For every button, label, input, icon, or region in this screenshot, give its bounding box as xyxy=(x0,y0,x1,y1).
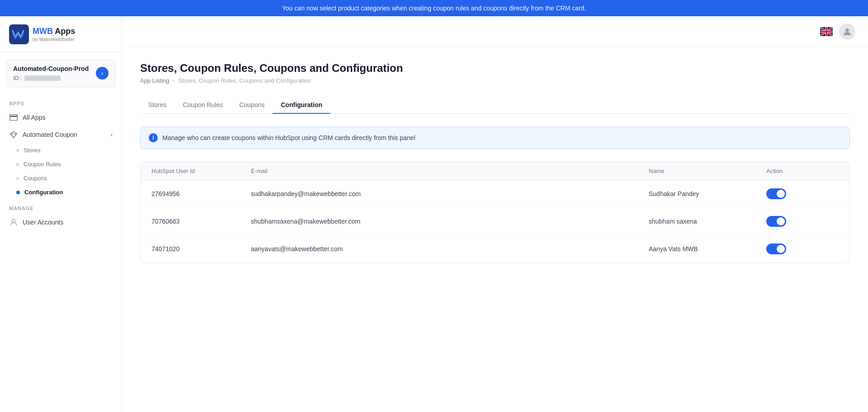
sidebar-sub-item-coupon-rules[interactable]: Coupon Rules xyxy=(0,157,122,171)
sidebar-sub-item-configuration[interactable]: Configuration xyxy=(0,185,122,199)
banner-text: You can now select product categories wh… xyxy=(282,5,586,12)
logo-subtitle: by MakeWebBetter xyxy=(33,37,75,42)
breadcrumb-separator: • xyxy=(173,77,175,84)
tab-configuration[interactable]: Configuration xyxy=(273,97,330,114)
logo-title: MWB Apps xyxy=(33,27,75,37)
sub-dot-configuration xyxy=(16,191,20,194)
sub-dot-coupons xyxy=(16,177,19,180)
sidebar: MWB Apps by MakeWebBetter Automated-Coup… xyxy=(0,16,122,412)
svg-rect-1 xyxy=(10,115,18,121)
breadcrumb-current: Stores, Coupon Rules, Coupons and Config… xyxy=(179,77,311,84)
sidebar-sub-item-stores[interactable]: Stores xyxy=(0,143,122,157)
col-hubspot-id: HubSpot User Id xyxy=(151,168,251,174)
top-banner: You can now select product categories wh… xyxy=(0,0,868,16)
logo-area: MWB Apps by MakeWebBetter xyxy=(0,16,122,52)
credit-card-icon xyxy=(9,113,18,122)
portal-id-row: ID:: xyxy=(13,75,96,81)
breadcrumb: App Listing • Stores, Coupon Rules, Coup… xyxy=(140,77,850,84)
toggle-2[interactable] xyxy=(766,216,786,227)
main-content: Stores, Coupon Rules, Coupons and Config… xyxy=(122,16,868,412)
name-1: Sudhakar Pandey xyxy=(649,190,766,197)
svg-point-5 xyxy=(845,28,849,32)
hubspot-id-1: 27694956 xyxy=(151,190,251,197)
tab-bar: Stores Coupon Rules Coupons Configuratio… xyxy=(140,97,850,114)
toggle-wrapper-1 xyxy=(766,188,839,199)
logo-mwb: MWB xyxy=(33,27,53,36)
sub-dot-coupon-rules xyxy=(16,163,19,166)
tab-coupons[interactable]: Coupons xyxy=(231,97,273,114)
chevron-down-icon: ▾ xyxy=(110,132,113,137)
portal-id-blurred xyxy=(24,75,61,81)
configuration-label: Configuration xyxy=(24,189,63,196)
table-row: 27694956 sudhakarpandey@makewebbetter.co… xyxy=(141,180,849,208)
sidebar-item-user-accounts[interactable]: User Accounts xyxy=(0,214,122,231)
sidebar-item-automated-coupon[interactable]: Automated Coupon ▾ xyxy=(0,126,122,143)
col-name: Name xyxy=(649,168,766,174)
users-table: HubSpot User Id E-mail Name Action 27694… xyxy=(140,162,850,263)
col-action: Action xyxy=(766,168,839,174)
portal-info: Automated-Coupon-Prod ID:: xyxy=(13,65,96,81)
user-icon xyxy=(9,218,18,227)
diamond-icon xyxy=(9,130,18,139)
email-2: shubhamsaxena@makewebbetter.com xyxy=(251,218,649,225)
col-email: E-mail xyxy=(251,168,649,174)
all-apps-label: All Apps xyxy=(23,114,113,121)
name-3: Aanya Vats MWB xyxy=(649,245,766,253)
tab-coupon-rules[interactable]: Coupon Rules xyxy=(175,97,231,114)
toggle-wrapper-3 xyxy=(766,243,839,254)
sidebar-sub-item-coupons[interactable]: Coupons xyxy=(0,171,122,185)
hubspot-id-3: 74071020 xyxy=(151,245,251,253)
info-banner: i Manage who can create coupons within H… xyxy=(140,126,850,149)
coupon-rules-label: Coupon Rules xyxy=(24,161,61,168)
svg-point-3 xyxy=(12,220,15,223)
automated-coupon-label: Automated Coupon xyxy=(23,131,106,138)
logo-text: MWB Apps by MakeWebBetter xyxy=(33,27,75,42)
toggle-wrapper-2 xyxy=(766,216,839,227)
table-row: 74071020 aanyavats@makewebbetter.com Aan… xyxy=(141,235,849,262)
uk-flag-icon[interactable] xyxy=(820,27,833,36)
info-icon: i xyxy=(149,133,158,142)
table-header-row: HubSpot User Id E-mail Name Action xyxy=(141,162,849,180)
email-1: sudhakarpandey@makewebbetter.com xyxy=(251,190,649,197)
apps-section-label: APPS xyxy=(0,94,122,109)
portal-expand-button[interactable]: › xyxy=(96,67,108,80)
stores-label: Stores xyxy=(24,147,41,154)
portal-card: Automated-Coupon-Prod ID:: › xyxy=(6,59,115,87)
toggle-3[interactable] xyxy=(766,243,786,254)
manage-section-label: MANAGE xyxy=(0,199,122,214)
logo-apps: Apps xyxy=(55,27,75,36)
page-title: Stores, Coupon Rules, Coupons and Config… xyxy=(140,62,850,75)
svg-rect-2 xyxy=(9,116,18,117)
user-avatar[interactable] xyxy=(839,23,855,40)
portal-name: Automated-Coupon-Prod xyxy=(13,65,96,72)
email-3: aanyavats@makewebbetter.com xyxy=(251,245,649,253)
user-accounts-label: User Accounts xyxy=(23,219,113,226)
sub-dot-stores xyxy=(16,149,19,152)
table-row: 70760683 shubhamsaxena@makewebbetter.com… xyxy=(141,208,849,235)
breadcrumb-home[interactable]: App Listing xyxy=(140,77,169,84)
portal-id-label: ID:: xyxy=(13,75,22,81)
sidebar-item-all-apps[interactable]: All Apps xyxy=(0,109,122,126)
info-banner-text: Manage who can create coupons within Hub… xyxy=(162,134,415,141)
toggle-1[interactable] xyxy=(766,188,786,199)
mwb-logo-icon xyxy=(9,24,29,44)
name-2: shubham saxena xyxy=(649,218,766,225)
hubspot-id-2: 70760683 xyxy=(151,218,251,225)
main-header xyxy=(122,16,868,47)
page-body: Stores, Coupon Rules, Coupons and Config… xyxy=(122,47,868,277)
coupons-label: Coupons xyxy=(24,175,47,182)
tab-stores[interactable]: Stores xyxy=(140,97,175,114)
